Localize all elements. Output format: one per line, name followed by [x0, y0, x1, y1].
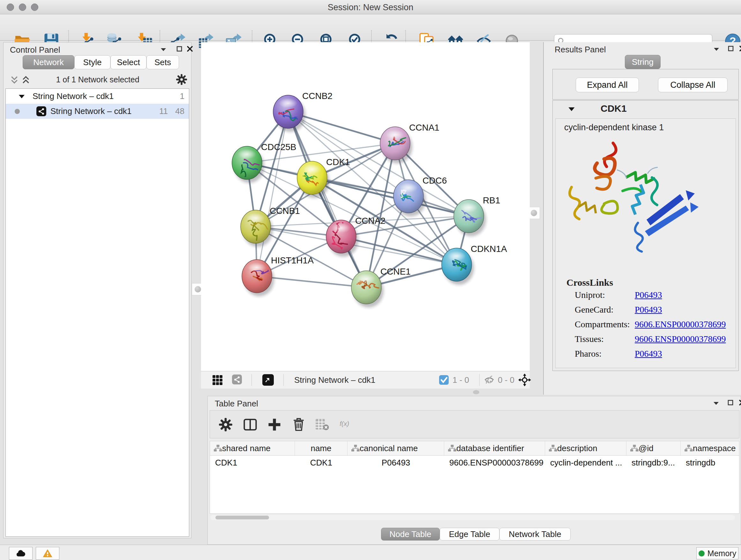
birds-eye-view-button[interactable]	[262, 374, 274, 386]
panel-float-icon[interactable]	[727, 399, 734, 406]
memory-button[interactable]: Memory	[696, 547, 738, 559]
crosslink-link[interactable]: 9606.ENSP00000378699	[635, 334, 726, 344]
network-edge-count: 48	[175, 106, 185, 116]
column-header-namespace[interactable]: namespace	[681, 441, 739, 455]
collection-expand-icon[interactable]	[18, 94, 25, 99]
table-cell[interactable]: CDK1	[210, 455, 295, 470]
table-cell[interactable]: stringdb	[681, 455, 739, 470]
node-HIST1H1A[interactable]: HIST1H1A	[242, 255, 314, 296]
show-columns-button[interactable]	[241, 415, 259, 434]
column-label: description	[557, 443, 597, 453]
tab-network-table[interactable]: Network Table	[499, 528, 570, 541]
check-icon	[439, 375, 449, 385]
network-options-gear-icon[interactable]	[176, 74, 187, 85]
protein-structure-image	[565, 139, 700, 258]
node-CCNB1[interactable]: CCNB1	[241, 206, 300, 247]
column-header-name[interactable]: name	[295, 441, 347, 455]
crosslink-link[interactable]: P06493	[635, 290, 662, 300]
column-header-database-identifier[interactable]: database identifier	[444, 441, 545, 455]
collapse-all-button[interactable]: Collapse All	[658, 78, 728, 92]
table-row[interactable]: CDK1CDK1P064939606.ENSP00000378699cyclin…	[210, 455, 739, 470]
column-header-canonical-name[interactable]: canonical name	[347, 441, 444, 455]
panel-close-icon[interactable]	[739, 45, 741, 52]
hidden-eye-icon[interactable]	[484, 375, 495, 385]
node-CDKN1A[interactable]: CDKN1A	[442, 244, 507, 285]
app-statusbar: Memory	[0, 545, 741, 560]
network-view-statusbar: String Network – cdk1 1 - 0 0 - 0	[201, 371, 530, 388]
selected-checkbox[interactable]	[439, 375, 449, 385]
table-cell[interactable]: stringdb:9...	[626, 455, 681, 470]
crosslinks-title: CrossLinks	[566, 277, 613, 288]
tab-style[interactable]: Style	[74, 55, 111, 69]
column-label: name	[311, 443, 331, 453]
bottom-splitter-handle[interactable]	[473, 390, 479, 394]
results-buttons-box: Expand All Collapse All	[552, 69, 739, 100]
node-label-CCNB1: CCNB1	[270, 206, 300, 216]
collapse-all-networks-icon[interactable]	[10, 76, 18, 84]
network-list: String Network – cdk1 1 String Network –…	[5, 88, 189, 537]
gear-icon	[219, 418, 232, 432]
panel-close-icon[interactable]	[739, 399, 741, 406]
cloud-status-button[interactable]	[9, 547, 32, 560]
table-cell[interactable]: P06493	[347, 455, 444, 470]
network-collection-row[interactable]: String Network – cdk1 1	[6, 89, 189, 104]
tab-select[interactable]: Select	[111, 55, 146, 69]
network-canvas[interactable]: CCNB2CCNA1CDC25BCDK1CDC6RB1CCNB1CCNA2CDK…	[201, 42, 530, 371]
share-icon	[38, 108, 44, 115]
warnings-button[interactable]	[36, 547, 59, 560]
edge-CCNB2-HIST1H1A[interactable]	[257, 112, 288, 276]
node-label-CDKN1A: CDKN1A	[471, 244, 507, 254]
panel-menu-icon[interactable]	[713, 400, 719, 407]
node-CCNE1[interactable]: CCNE1	[351, 266, 411, 307]
cloud-icon	[16, 549, 25, 558]
crosslink-link[interactable]: P06493	[635, 349, 662, 359]
hidden-node-edge-counts: 0 - 0	[498, 375, 515, 385]
expand-all-button[interactable]: Expand All	[576, 78, 639, 92]
column-header-shared-name[interactable]: shared name	[210, 441, 295, 455]
table-cell[interactable]: CDK1	[295, 455, 347, 470]
table-cell[interactable]: 9606.ENSP00000378699	[444, 455, 545, 470]
tab-string[interactable]: String	[625, 55, 661, 69]
tab-node-table[interactable]: Node Table	[381, 528, 440, 541]
entry-collapse-icon[interactable]	[568, 106, 575, 112]
network-graph[interactable]: CCNB2CCNA1CDC25BCDK1CDC6RB1CCNB1CCNA2CDK…	[201, 42, 530, 371]
node-RB1[interactable]: RB1	[454, 195, 500, 236]
cytoscape-window: Session: New Session ? Control Panel	[0, 0, 741, 560]
column-header--id[interactable]: @id	[626, 441, 681, 455]
node-label-CCNA1: CCNA1	[409, 123, 440, 132]
column-label: namespace	[693, 443, 736, 453]
crosslink-link[interactable]: P06493	[635, 305, 662, 315]
table-horizontal-scrollbar[interactable]	[210, 515, 735, 520]
entry-gene-name: CDK1	[601, 103, 627, 114]
node-CDC6[interactable]: CDC6	[394, 176, 447, 216]
entry-description: cyclin-dependent kinase 1	[564, 123, 664, 132]
fx-icon: f(x)	[339, 417, 363, 432]
network-row[interactable]: String Network – cdk1 11 48	[6, 104, 189, 119]
add-column-button[interactable]	[265, 415, 284, 434]
table-cell[interactable]: cyclin-dependent ...	[545, 455, 626, 470]
grid-view-icon[interactable]	[212, 375, 223, 385]
table-settings-button[interactable]	[216, 415, 235, 434]
scrollbar-thumb[interactable]	[215, 516, 269, 519]
column-header-description[interactable]: description	[545, 441, 626, 455]
expand-all-networks-icon[interactable]	[22, 76, 30, 84]
network-selection-status: 1 of 1 Network selected	[36, 75, 160, 84]
panel-menu-icon[interactable]	[160, 46, 166, 53]
panel-float-icon[interactable]	[728, 45, 734, 52]
tab-network[interactable]: Network	[23, 55, 74, 69]
network-badge-gray[interactable]	[232, 374, 242, 384]
delete-column-button[interactable]	[289, 415, 308, 434]
tab-edge-table[interactable]: Edge Table	[440, 528, 499, 541]
panel-close-icon[interactable]	[187, 46, 193, 52]
tree-column-icon	[630, 445, 638, 452]
node-CDK1[interactable]: CDK1	[297, 157, 350, 198]
column-label: canonical name	[360, 443, 418, 453]
memory-label: Memory	[708, 549, 736, 558]
tab-sets[interactable]: Sets	[146, 55, 179, 69]
crosshair-icon[interactable]	[518, 374, 531, 386]
crosslink-link[interactable]: 9606.ENSP00000378699	[635, 319, 726, 329]
panel-menu-icon[interactable]	[713, 46, 720, 52]
string-network-badge	[37, 106, 46, 116]
panel-float-icon[interactable]	[176, 46, 183, 52]
node-label-CDC25B: CDC25B	[261, 142, 296, 152]
